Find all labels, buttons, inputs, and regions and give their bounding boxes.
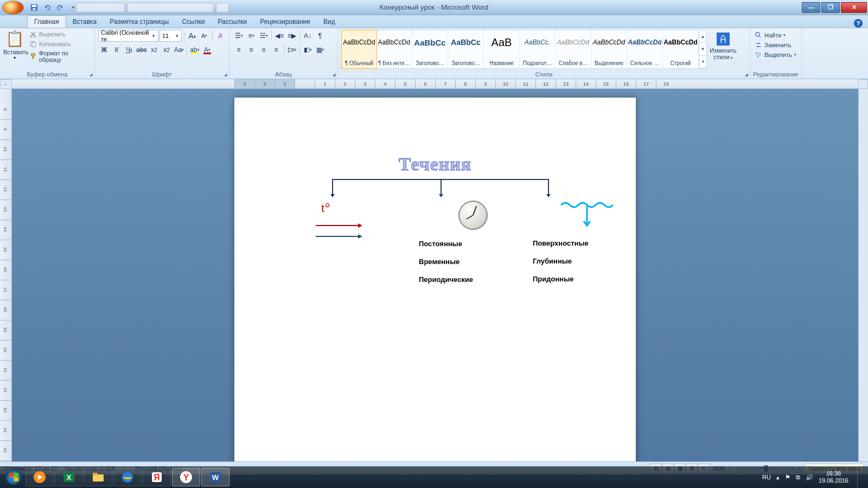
clear-format-button[interactable]: A̷ <box>215 30 226 42</box>
style-item[interactable]: AaBНазвание <box>484 30 520 68</box>
numbering-button[interactable]: ≡▾ <box>245 30 257 42</box>
tab-home[interactable]: Главная <box>27 15 66 28</box>
ruler-corner[interactable]: ⌐ <box>0 79 12 89</box>
style-item[interactable]: AaBbCcDdСлабое в… <box>556 30 591 68</box>
format-painter-button[interactable]: Формат по образцу <box>29 49 91 63</box>
task-yandex-1[interactable]: Я <box>143 468 171 486</box>
vertical-ruler[interactable]: 8910111213141516171819202122232425262728 <box>0 89 12 472</box>
task-yandex-2[interactable]: Y <box>172 468 200 486</box>
save-icon[interactable] <box>28 2 40 14</box>
replace-button[interactable]: Заменить <box>754 41 798 49</box>
svg-text:Y: Y <box>183 473 189 482</box>
gallery-down-icon[interactable]: ▼ <box>699 43 706 55</box>
tab-layout[interactable]: Разметка страницы <box>103 16 175 28</box>
bullets-button[interactable]: ☰▾ <box>233 30 245 42</box>
svg-rect-1 <box>32 5 36 7</box>
task-word[interactable]: W <box>201 468 229 486</box>
copy-button[interactable]: Копировать <box>29 40 91 48</box>
start-button[interactable] <box>2 467 25 487</box>
superscript-button[interactable]: x2 <box>161 44 173 56</box>
style-item[interactable]: AaBbCcЗаголово… <box>412 30 448 68</box>
window-controls: — ❐ ✕ <box>802 2 868 13</box>
tray-clock[interactable]: 16:38 19.06.2016 <box>819 470 848 484</box>
change-styles-button[interactable]: 🅰 Изменить стили ▾ <box>709 30 737 69</box>
change-case-button[interactable]: Aa▾ <box>173 44 185 56</box>
gallery-up-icon[interactable]: ▲ <box>699 30 706 43</box>
undo-icon[interactable] <box>41 2 53 14</box>
change-styles-icon: 🅰 <box>709 32 737 47</box>
align-left-button[interactable]: ≡ <box>233 44 245 56</box>
multilevel-button[interactable]: ☱▾ <box>258 30 270 42</box>
shrink-font-button[interactable]: A▾ <box>199 30 209 42</box>
tab-mailings[interactable]: Рассылки <box>211 16 253 28</box>
office-button[interactable] <box>2 1 24 15</box>
underline-button[interactable]: Ч▾ <box>123 44 135 56</box>
task-explorer[interactable] <box>84 468 112 486</box>
task-media-player[interactable] <box>25 468 54 486</box>
tab-view[interactable]: Вид <box>317 16 342 28</box>
style-item[interactable]: AaBbCcDd¶ Обычный <box>341 30 377 69</box>
highlight-button[interactable]: ab▾ <box>189 44 201 56</box>
cut-button[interactable]: Вырезать <box>29 30 91 38</box>
justify-button[interactable]: ≡ <box>270 44 282 56</box>
decrease-indent-button[interactable]: ◀≡ <box>273 30 285 42</box>
show-marks-button[interactable]: ¶ <box>314 30 326 42</box>
workspace: ⌐ 321123456789101112131415161718 8910111… <box>0 79 868 472</box>
align-right-button[interactable]: ≡ <box>258 44 270 56</box>
font-size-combo[interactable]: 11▼ <box>159 30 182 42</box>
vertical-scrollbar[interactable] <box>858 89 868 472</box>
maximize-button[interactable]: ❐ <box>821 2 840 13</box>
tray-language[interactable]: RU <box>762 474 771 480</box>
document-area[interactable]: Течения t° Постоянные Временные <box>12 89 858 472</box>
show-desktop-button[interactable] <box>857 466 863 488</box>
close-button[interactable]: ✕ <box>841 2 867 13</box>
group-clipboard: 📋 Вставить ▾ Вырезать Копировать Формат … <box>0 28 95 79</box>
style-item[interactable]: AaBbCcDdВыделение <box>591 30 627 68</box>
document-title: Течения <box>234 154 636 175</box>
line-spacing-button[interactable]: ‡≡▾ <box>286 44 298 56</box>
task-ie[interactable] <box>113 468 142 486</box>
style-item[interactable]: AaBbCcЗаголово… <box>448 30 484 68</box>
style-item[interactable]: AaBbCc.Подзагол… <box>520 30 556 68</box>
select-button[interactable]: Выделить ▾ <box>754 50 798 59</box>
align-center-button[interactable]: ≡ <box>245 44 257 56</box>
style-item[interactable]: AaBbCcDd¶ Без инте… <box>376 30 412 68</box>
tray-flag-icon[interactable]: ⚑ <box>785 474 790 481</box>
bold-button[interactable]: Ж <box>98 44 110 56</box>
italic-button[interactable]: К <box>111 44 123 56</box>
minimize-button[interactable]: — <box>802 2 820 13</box>
paste-button[interactable]: 📋 Вставить ▾ <box>3 30 26 63</box>
group-label-editing: Редактирование <box>750 71 801 78</box>
tab-references[interactable]: Ссылки <box>175 16 211 28</box>
horizontal-ruler[interactable]: 321123456789101112131415161718 <box>12 79 858 89</box>
sort-button[interactable]: A↓ <box>302 30 314 42</box>
strike-button[interactable]: abc <box>136 44 148 56</box>
list-item: Постоянные <box>419 240 527 248</box>
font-color-button[interactable]: A▾ <box>201 44 213 56</box>
subscript-button[interactable]: x2 <box>148 44 160 56</box>
style-item[interactable]: AaBbCcDdСтрогий <box>663 30 699 68</box>
style-item[interactable]: AaBbCcDdСильное … <box>627 30 663 68</box>
task-excel[interactable]: X <box>55 468 83 486</box>
svg-rect-17 <box>93 473 98 476</box>
tray-network-icon[interactable]: ⧉ <box>796 474 800 481</box>
grow-font-button[interactable]: A▴ <box>187 30 197 42</box>
ruler-toggle-icon[interactable] <box>858 79 868 89</box>
svg-text:W: W <box>212 473 219 481</box>
group-label-paragraph: Абзац <box>229 71 337 78</box>
tab-insert[interactable]: Вставка <box>66 16 104 28</box>
tray-up-icon[interactable]: ▴ <box>776 474 780 481</box>
tray-volume-icon[interactable]: 🔊 <box>806 474 813 481</box>
find-button[interactable]: Найти ▾ <box>754 31 798 40</box>
styles-gallery[interactable]: AaBbCcDd¶ ОбычныйAaBbCcDd¶ Без инте…AaBb… <box>341 30 707 69</box>
increase-indent-button[interactable]: ≡▶ <box>286 30 298 42</box>
tab-review[interactable]: Рецензирование <box>253 16 317 28</box>
group-paragraph: ☰▾ ≡▾ ☱▾ ◀≡ ≡▶ A↓ ¶ ≡ ≡ ≡ ≡ ‡≡▾ ◧▾ ▦▾ <box>229 28 338 79</box>
redo-icon[interactable] <box>54 2 66 14</box>
help-icon[interactable]: ? <box>854 19 863 28</box>
gallery-more-icon[interactable]: ▾ <box>699 56 706 68</box>
borders-button[interactable]: ▦▾ <box>314 44 326 56</box>
window-title: Конкурсный урок - Microsoft Word <box>380 3 489 11</box>
font-name-combo[interactable]: Calibri (Основной те▼ <box>98 30 158 42</box>
shading-button[interactable]: ◧▾ <box>302 44 314 56</box>
